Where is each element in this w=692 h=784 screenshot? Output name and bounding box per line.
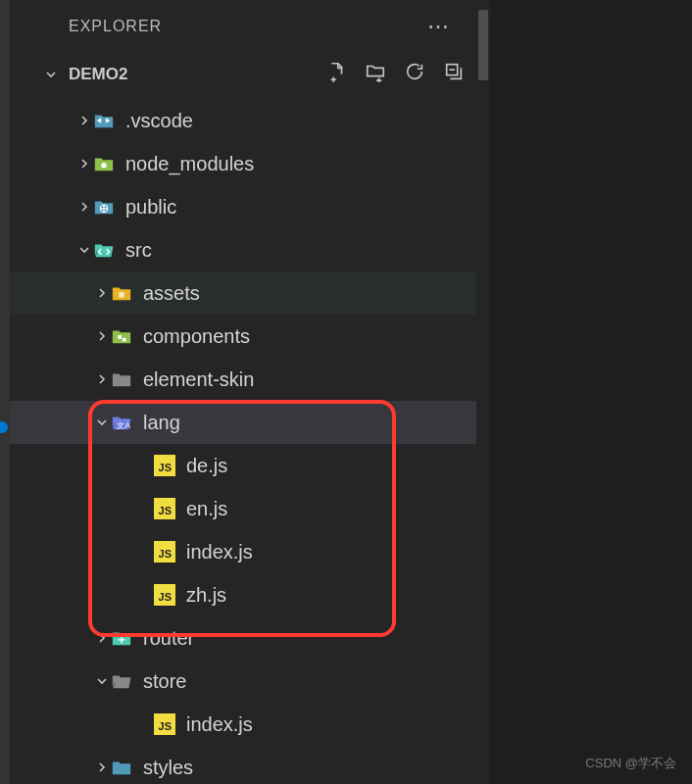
chevron-right-icon	[94, 760, 110, 775]
file-item[interactable]: JSde.js	[10, 444, 490, 487]
activity-bar	[0, 0, 10, 784]
refresh-icon[interactable]	[404, 61, 425, 87]
file-item[interactable]: JSzh.js	[10, 573, 490, 616]
js-file-icon: JS	[153, 712, 176, 736]
folder-icon	[92, 195, 116, 219]
chevron-right-icon	[94, 328, 110, 344]
folder-icon: 文A	[110, 411, 133, 434]
tree-item-label: node_modules	[125, 153, 254, 175]
activity-indicator	[0, 421, 8, 433]
tree-item-label: router	[143, 627, 194, 650]
chevron-down-icon	[43, 67, 59, 82]
svg-text:文A: 文A	[117, 421, 130, 430]
chevron-down-icon	[76, 242, 92, 258]
folder-item[interactable]: assets	[10, 271, 490, 315]
folder-icon	[110, 368, 133, 391]
new-folder-icon[interactable]	[365, 61, 386, 87]
chevron-right-icon	[94, 630, 110, 646]
explorer-sidebar: EXPLORER ⋯ DEMO2 .vscodenode_modulespubl…	[10, 0, 490, 784]
chevron-right-icon	[94, 371, 110, 387]
folder-item[interactable]: styles	[10, 746, 490, 784]
folder-icon	[92, 238, 116, 262]
tree-item-label: public	[125, 196, 176, 219]
svg-text:JS: JS	[159, 591, 172, 603]
js-file-icon: JS	[153, 497, 176, 520]
svg-text:JS: JS	[159, 505, 172, 516]
svg-point-1	[101, 163, 107, 169]
tree-item-label: styles	[143, 757, 193, 779]
folder-item[interactable]: components	[10, 315, 490, 358]
file-item[interactable]: JSen.js	[10, 487, 490, 530]
folder-icon	[92, 152, 116, 175]
folder-item[interactable]: .vscode	[10, 99, 490, 142]
folder-item[interactable]: router	[10, 616, 490, 660]
folder-item[interactable]: store	[10, 660, 490, 703]
new-file-icon[interactable]	[325, 61, 347, 87]
js-file-icon: JS	[153, 540, 176, 564]
svg-rect-3	[119, 292, 124, 298]
tree-item-label: src	[125, 239, 152, 262]
chevron-right-icon	[94, 285, 110, 301]
folder-item[interactable]: public	[10, 185, 490, 228]
js-file-icon: JS	[153, 583, 176, 607]
tree-item-label: index.js	[186, 541, 253, 564]
tree-item-label: assets	[143, 282, 200, 305]
svg-text:JS: JS	[159, 462, 172, 473]
collapse-all-icon[interactable]	[443, 61, 465, 87]
section-header[interactable]: DEMO2	[10, 53, 490, 95]
svg-rect-4	[118, 335, 122, 339]
tree-item-label: de.js	[186, 455, 227, 477]
tree-item-label: en.js	[186, 498, 227, 520]
chevron-right-icon	[76, 113, 92, 128]
chevron-down-icon	[94, 673, 110, 689]
js-file-icon: JS	[153, 454, 176, 477]
tree-item-label: zh.js	[186, 584, 226, 607]
watermark: CSDN @学不会	[585, 755, 676, 772]
section-title-label: DEMO2	[69, 65, 127, 84]
scrollbar[interactable]	[476, 0, 490, 784]
tree-item-label: element-skin	[143, 368, 254, 391]
svg-text:JS: JS	[159, 720, 172, 732]
folder-item[interactable]: element-skin	[10, 358, 490, 401]
panel-header: EXPLORER ⋯	[10, 0, 490, 53]
file-item[interactable]: JSindex.js	[10, 530, 490, 573]
svg-text:JS: JS	[159, 548, 172, 560]
folder-item[interactable]: 文Alang	[10, 401, 490, 444]
file-item[interactable]: JSindex.js	[10, 703, 490, 746]
folder-icon	[110, 324, 133, 348]
editor-area	[490, 0, 692, 784]
folder-icon	[110, 281, 133, 305]
folder-icon	[110, 669, 133, 693]
folder-item[interactable]: src	[10, 228, 490, 271]
tree-item-label: index.js	[186, 713, 253, 736]
chevron-down-icon	[94, 415, 110, 430]
tree-item-label: .vscode	[125, 110, 193, 132]
tree-item-label: lang	[143, 412, 180, 434]
tree-item-label: store	[143, 670, 186, 693]
chevron-right-icon	[76, 156, 92, 172]
more-actions-icon[interactable]: ⋯	[427, 14, 451, 39]
folder-item[interactable]: node_modules	[10, 142, 490, 185]
svg-rect-5	[123, 338, 126, 342]
panel-title-label: EXPLORER	[69, 18, 162, 35]
section-actions	[325, 61, 465, 87]
folder-icon	[92, 109, 116, 132]
file-tree: .vscodenode_modulespublicsrcassetscompon…	[10, 95, 490, 784]
tree-item-label: components	[143, 325, 250, 348]
folder-icon	[110, 756, 133, 779]
chevron-right-icon	[76, 199, 92, 215]
folder-icon	[110, 626, 133, 650]
